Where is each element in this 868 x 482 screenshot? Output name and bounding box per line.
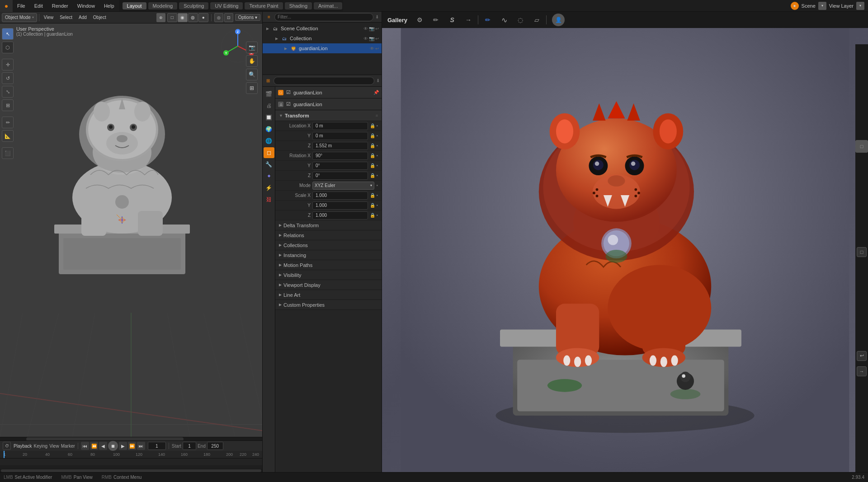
select-tool[interactable]: ⬡ bbox=[2, 42, 14, 53]
instancing-section[interactable]: ▶ Instancing bbox=[275, 250, 382, 260]
outliner-scene-collection[interactable]: ▶ 🗂 Scene Collection 👁 📷 ↩ bbox=[263, 23, 382, 33]
start-frame-input[interactable]: 1 bbox=[183, 442, 196, 450]
particles-props-icon[interactable]: ✦ bbox=[264, 171, 274, 182]
vis-icon[interactable]: 👁 bbox=[363, 26, 368, 31]
loc-z-value[interactable]: 1.552 m bbox=[312, 142, 368, 150]
camera-overlay-btn[interactable]: 📷 bbox=[246, 42, 258, 53]
solid-btn[interactable]: ◉ bbox=[178, 13, 188, 22]
render-props-icon[interactable]: 🎬 bbox=[264, 89, 274, 99]
stop-btn[interactable]: ⏹ bbox=[108, 441, 118, 451]
outliner-filter-btn[interactable]: ⬇ bbox=[375, 14, 379, 19]
grid-overlay-btn[interactable]: ⊞ bbox=[246, 82, 258, 94]
rot-z-value[interactable]: 0° bbox=[312, 172, 368, 180]
viewport-display-section[interactable]: ▶ Viewport Display bbox=[275, 280, 382, 290]
gizmo-btn[interactable]: ⊕ bbox=[156, 13, 165, 22]
gallery-tool-pencil-active[interactable]: ✏ bbox=[481, 14, 495, 26]
gallery-tool-s[interactable]: S bbox=[445, 14, 459, 26]
col-sel-icon[interactable]: ↩ bbox=[375, 36, 379, 41]
tab-texture-paint[interactable]: Texture Paint bbox=[245, 2, 283, 9]
end-frame-input[interactable]: 250 bbox=[207, 442, 223, 450]
timeline-scroll-thumb[interactable] bbox=[1, 469, 261, 472]
view-layer-options[interactable]: ▾ bbox=[856, 2, 864, 10]
rotate-tool[interactable]: ↺ bbox=[2, 72, 14, 84]
zoom-overlay-btn[interactable]: 🔍 bbox=[246, 69, 258, 80]
rc-btn-undo[interactable]: ↩ bbox=[857, 351, 867, 361]
scale-z-value[interactable]: 1.000 bbox=[312, 211, 368, 220]
last-frame-btn[interactable]: ⏭ bbox=[137, 442, 145, 450]
rot-y-value[interactable]: 0° bbox=[312, 162, 368, 170]
menu-edit[interactable]: Edit bbox=[30, 0, 47, 11]
props-search-input[interactable] bbox=[274, 77, 374, 85]
props-filter-btn[interactable]: ⬇ bbox=[376, 78, 380, 83]
menu-select-btn[interactable]: Select bbox=[57, 14, 75, 20]
object-props-icon[interactable]: ◻ bbox=[264, 147, 274, 158]
loc-y-value[interactable]: 0 m bbox=[312, 132, 368, 140]
current-frame-input[interactable]: 1 bbox=[148, 442, 166, 450]
mode-selector[interactable]: Object Mode ▾ bbox=[2, 13, 37, 22]
vis-toggle[interactable]: ☑ bbox=[285, 89, 292, 96]
gallery-tool-select[interactable]: ▱ bbox=[530, 14, 543, 26]
rot-x-value[interactable]: 90° bbox=[312, 152, 368, 160]
overlay-btn[interactable]: ◎ bbox=[214, 13, 223, 22]
gallery-tool-wrench[interactable]: ⚙ bbox=[413, 14, 426, 26]
keying-menu[interactable]: Keying bbox=[34, 444, 48, 449]
rc-btn-2[interactable]: □ bbox=[857, 247, 867, 257]
lion-sel-icon[interactable]: ↩ bbox=[375, 46, 379, 51]
measure-tool[interactable]: 📐 bbox=[2, 130, 14, 142]
pin-btn[interactable]: 📌 bbox=[373, 90, 379, 95]
menu-view-btn[interactable]: View bbox=[41, 14, 57, 20]
mode-select[interactable]: XYZ Euler ▾ bbox=[312, 182, 374, 190]
transform-section-header[interactable]: ▼ Transform ≡ bbox=[275, 110, 382, 121]
outliner-collection[interactable]: ▶ 🗂 Collection 👁 📷 ↩ bbox=[263, 33, 382, 43]
tab-modeling[interactable]: Modeling bbox=[148, 2, 178, 9]
viewport-3d[interactable]: User Perspective (1) Collection | guardi… bbox=[0, 23, 262, 437]
render-icon[interactable]: 📷 bbox=[369, 26, 374, 31]
physics-props-icon[interactable]: ⚡ bbox=[264, 183, 274, 193]
scene-options[interactable]: ▾ bbox=[818, 2, 826, 10]
add-cube-tool[interactable]: ⬛ bbox=[2, 147, 14, 159]
custom-properties-section[interactable]: ▶ Custom Properties bbox=[275, 300, 382, 310]
scale-y-value[interactable]: 1.000 bbox=[312, 201, 368, 210]
world-props-icon[interactable]: 🌐 bbox=[264, 136, 274, 146]
output-props-icon[interactable]: 🖨 bbox=[264, 100, 274, 111]
timeline-hscroll[interactable] bbox=[0, 469, 262, 472]
timeline-track[interactable]: 1 20 40 60 80 100 120 140 160 180 200 22… bbox=[0, 451, 262, 469]
scale-x-value[interactable]: 1.000 bbox=[312, 192, 368, 200]
object-name-1[interactable]: guardianLion bbox=[293, 90, 322, 95]
section-menu[interactable]: ≡ bbox=[376, 113, 378, 118]
playback-menu[interactable]: Playback bbox=[14, 444, 32, 449]
tab-shading[interactable]: Shading bbox=[285, 2, 312, 9]
play-reverse-btn[interactable]: ◀ bbox=[99, 442, 107, 450]
scale-tool[interactable]: ⤡ bbox=[2, 86, 14, 98]
scene-props-icon[interactable]: 🌍 bbox=[264, 124, 274, 135]
outliner-guardian-lion[interactable]: ▶ 🦁 guardianLion 👁 ↩ bbox=[263, 43, 382, 53]
vis-toggle-2[interactable]: ☑ bbox=[285, 101, 292, 108]
loc-x-value[interactable]: 0 m bbox=[312, 122, 368, 130]
menu-render[interactable]: Render bbox=[47, 0, 73, 11]
menu-object-btn[interactable]: Object bbox=[90, 14, 109, 20]
tab-layout[interactable]: Layout bbox=[123, 2, 146, 9]
annotate-tool[interactable]: ✏ bbox=[2, 117, 14, 128]
rc-btn-redo[interactable]: → bbox=[857, 366, 867, 376]
xray-btn[interactable]: ⊡ bbox=[224, 13, 233, 22]
tab-uv-editing[interactable]: UV Editing bbox=[210, 2, 243, 9]
next-frame-btn[interactable]: ⏩ bbox=[128, 442, 136, 450]
modifier-props-icon[interactable]: 🔧 bbox=[264, 159, 274, 170]
menu-window[interactable]: Window bbox=[73, 0, 99, 11]
material-btn[interactable]: ◍ bbox=[188, 13, 198, 22]
rc-btn-1[interactable]: □ bbox=[855, 140, 868, 153]
object-name-2[interactable]: guardianLion bbox=[293, 102, 322, 107]
wireframe-btn[interactable]: □ bbox=[167, 13, 177, 22]
transform-tool[interactable]: ⊞ bbox=[2, 99, 14, 111]
constraints-props-icon[interactable]: ⛓ bbox=[264, 194, 274, 205]
viewport-hscroll[interactable] bbox=[0, 437, 262, 440]
prev-frame-btn[interactable]: ⏪ bbox=[90, 442, 98, 450]
options-btn[interactable]: Options ▾ bbox=[235, 14, 260, 21]
menu-add-btn[interactable]: Add bbox=[76, 14, 90, 20]
gallery-tool-pen[interactable]: ✏ bbox=[429, 14, 443, 26]
gallery-tool-curve[interactable]: ∿ bbox=[497, 14, 511, 26]
sel-icon[interactable]: ↩ bbox=[375, 26, 379, 31]
render-btn[interactable]: ● bbox=[198, 13, 208, 22]
menu-file[interactable]: File bbox=[13, 0, 30, 11]
line-art-section[interactable]: ▶ Line Art bbox=[275, 290, 382, 300]
